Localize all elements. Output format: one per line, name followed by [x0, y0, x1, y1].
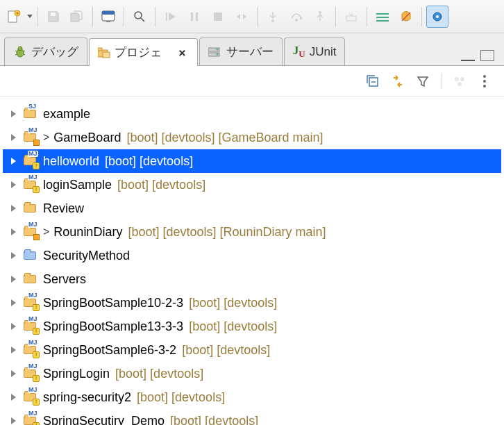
project-node[interactable]: MJ!SpringBootSample6-3-2 [boot] [devtool… [3, 338, 501, 362]
drop-to-frame-button[interactable] [340, 6, 362, 28]
maximize-button[interactable] [480, 50, 494, 61]
toolbar-separator [155, 7, 156, 26]
step-into-button[interactable] [262, 6, 284, 28]
tab-junit[interactable]: JU JUnit [284, 38, 346, 65]
svg-marker-58 [11, 370, 16, 377]
tab-project-explorer[interactable]: プロジェ ⨯ [89, 38, 198, 66]
view-minmax [455, 50, 500, 65]
project-node[interactable]: MJ> RouninDiary [boot] [devtools] [Rouni… [3, 220, 501, 244]
resume-button[interactable] [160, 6, 182, 28]
project-node[interactable]: MJ!SpringBootSample10-2-3 [boot] [devtoo… [3, 291, 501, 315]
project-node[interactable]: MJ!helloworld [boot] [devtools] [3, 149, 501, 173]
project-icon: MJ! [22, 178, 37, 191]
disconnect-button[interactable] [230, 6, 253, 28]
new-button[interactable] [3, 6, 25, 28]
step-over-button[interactable] [285, 6, 308, 28]
svg-marker-49 [11, 158, 16, 165]
expand-arrow-icon[interactable] [7, 133, 19, 142]
expand-arrow-icon[interactable] [7, 181, 19, 189]
collapse-all-button[interactable] [363, 72, 383, 91]
terminal-button[interactable] [97, 6, 119, 28]
project-icon: MJ! [22, 391, 37, 403]
focus-task-button[interactable] [450, 72, 469, 91]
project-node[interactable]: Review [3, 197, 501, 220]
expand-arrow-icon[interactable] [7, 299, 19, 307]
svg-point-45 [483, 80, 486, 83]
svg-point-41 [455, 77, 459, 81]
expand-arrow-icon[interactable] [7, 393, 19, 401]
pause-button[interactable] [183, 6, 205, 28]
svg-point-43 [457, 82, 462, 86]
project-node[interactable]: MJ!SpringLogin [boot] [devtools] [3, 362, 501, 385]
expand-arrow-icon[interactable] [7, 322, 19, 331]
project-name: spring-security2 [43, 390, 131, 405]
save-all-button[interactable] [66, 6, 88, 28]
project-icon: SJ [22, 108, 37, 120]
expand-arrow-icon[interactable] [7, 110, 19, 118]
use-step-filters-button[interactable] [371, 6, 394, 28]
svg-marker-16 [300, 16, 303, 20]
project-icon: MJ! [22, 367, 37, 380]
project-decorators: [boot] [devtools] [115, 178, 205, 192]
perspective-button[interactable] [426, 6, 448, 28]
toolbar-separator [421, 7, 422, 26]
project-node[interactable]: MJ!spring-security2 [boot] [devtools] [3, 385, 501, 409]
svg-marker-51 [11, 205, 16, 212]
tab-servers[interactable]: サーバー [199, 38, 283, 65]
minimize-button[interactable] [461, 50, 475, 61]
expand-arrow-icon[interactable] [7, 228, 19, 236]
expand-arrow-icon[interactable] [7, 157, 19, 165]
svg-point-44 [483, 75, 486, 78]
svg-marker-59 [11, 394, 16, 401]
expand-arrow-icon[interactable] [7, 251, 19, 260]
project-icon: MJ [22, 131, 37, 144]
project-icon [22, 202, 37, 215]
project-decorators: [boot] [devtools] [GameBoard main] [124, 131, 323, 145]
project-name: Review [43, 201, 84, 216]
expand-arrow-icon[interactable] [7, 204, 19, 212]
project-node[interactable]: MJ!loginSample [boot] [devtools] [3, 173, 501, 197]
link-with-editor-button[interactable] [388, 72, 408, 91]
search-button[interactable] [128, 6, 151, 28]
project-tree[interactable]: SJexampleMJ> GameBoard [boot] [devtools]… [0, 97, 504, 425]
toolbar-separator [367, 7, 367, 26]
svg-rect-34 [103, 52, 110, 58]
svg-point-18 [319, 11, 321, 14]
view-menu-button[interactable] [475, 72, 494, 91]
project-node[interactable]: SecurityMethod [3, 244, 501, 267]
project-node[interactable]: MJ!SpringSecutiry_Demo [boot] [devtools] [3, 409, 501, 425]
svg-rect-33 [98, 48, 102, 51]
close-icon[interactable]: ⨯ [176, 45, 189, 60]
project-decorators: [boot] [devtools] [186, 319, 277, 334]
step-return-button[interactable] [309, 6, 331, 28]
stop-button[interactable] [207, 6, 229, 28]
project-icon: MJ! [22, 415, 37, 425]
project-node[interactable]: SJexample [3, 102, 501, 126]
svg-point-8 [135, 12, 142, 19]
toolbar-separator [441, 74, 442, 89]
tab-debug[interactable]: デバッグ [4, 38, 87, 65]
svg-point-27 [18, 47, 22, 51]
project-node[interactable]: MJ!SpringBootSample13-3-3 [boot] [devtoo… [3, 315, 501, 338]
save-button[interactable] [42, 6, 65, 28]
expand-arrow-icon[interactable] [7, 369, 19, 378]
filter-button[interactable] [413, 72, 432, 91]
new-dropdown[interactable] [26, 15, 33, 18]
skip-breakpoints-button[interactable] [395, 6, 417, 28]
expand-arrow-icon[interactable] [7, 346, 19, 354]
project-name: example [43, 107, 90, 122]
project-name: SecurityMethod [43, 249, 130, 263]
expand-arrow-icon[interactable] [7, 417, 19, 425]
expand-arrow-icon[interactable] [7, 275, 19, 283]
project-icon: MJ! [22, 344, 37, 356]
svg-point-38 [216, 53, 218, 55]
project-decorators: [boot] [devtools] [186, 296, 277, 310]
project-name: GameBoard [53, 131, 121, 145]
project-icon [98, 47, 110, 58]
project-node[interactable]: MJ> GameBoard [boot] [devtools] [GameBoa… [3, 126, 501, 149]
project-node[interactable]: Servers [3, 267, 501, 291]
project-name: SpringBootSample6-3-2 [43, 343, 176, 358]
svg-rect-12 [191, 12, 193, 21]
svg-marker-47 [11, 110, 16, 117]
project-name: SpringSecutiry_Demo [43, 414, 165, 426]
